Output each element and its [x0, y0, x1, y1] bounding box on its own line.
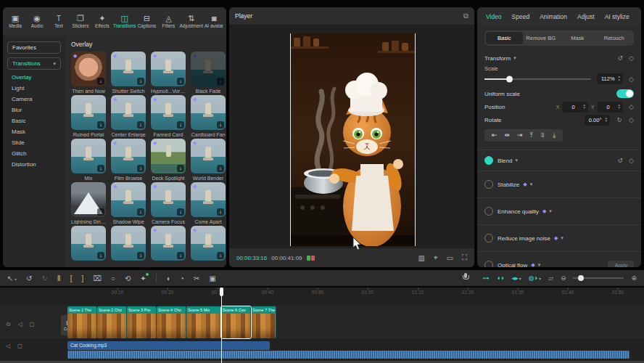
camera-tracking-button[interactable]: ▣	[209, 274, 215, 282]
stepper-arrows-icon[interactable]: ▲▼	[618, 76, 621, 82]
link-clips-toggle[interactable]: ◖◗	[497, 274, 505, 282]
tab-animation[interactable]: Animation	[540, 13, 567, 20]
mirror-icon[interactable]: ▭	[447, 254, 453, 262]
redo-button[interactable]: ↻	[41, 274, 47, 282]
reset-icon[interactable]: ↺	[618, 54, 624, 62]
sidebar-item-blur[interactable]: Blur	[3, 102, 65, 113]
tab-video[interactable]: Video	[486, 13, 502, 20]
preview-axis-button[interactable]: ▱	[548, 274, 553, 282]
sidebar-item-glitch[interactable]: Glitch	[3, 146, 65, 157]
trim-left-button[interactable]: [	[70, 274, 73, 282]
magnetic-snap-toggle[interactable]: ⊶	[483, 274, 490, 282]
transition-tile[interactable]: ◆↓Camera Focus	[151, 182, 186, 226]
tab-captions[interactable]: ⊟Captions	[136, 14, 157, 28]
tab-filters[interactable]: ◬Filters	[157, 14, 179, 28]
extract-character-button[interactable]: ◔	[180, 274, 184, 282]
tab-effects[interactable]: ✦Effects	[91, 14, 113, 28]
sidebar-item-mask[interactable]: Mask	[3, 124, 65, 135]
focus-icon[interactable]: ⌖	[434, 253, 438, 262]
track-lock-icon[interactable]: ◻	[17, 343, 22, 349]
transition-tile[interactable]: ◆↓Then and Now	[71, 52, 106, 95]
timeline-clip-selected[interactable]: Scene 6 Coo	[221, 306, 251, 338]
tab-ai-avatar[interactable]: ◙AI avatar	[203, 14, 225, 28]
transition-tile[interactable]: ◆↓World Bender	[191, 139, 226, 182]
transition-tile[interactable]: ↓Lightning Strike	[71, 182, 106, 226]
music-waveform-clip[interactable]	[67, 351, 629, 359]
favorites-button[interactable]: Favorites	[7, 41, 61, 54]
timeline-clip[interactable]: Scene 3 Pre	[127, 306, 157, 338]
keyframe-icon[interactable]: ◇	[629, 157, 634, 164]
subtab-remove-bg[interactable]: Remove BG	[523, 32, 560, 44]
transition-tile[interactable]: ◆↓Fanned Card	[151, 95, 186, 139]
optical-flow-checkbox[interactable]	[484, 261, 493, 267]
smart-edit-button[interactable]: ✦	[140, 274, 146, 282]
tab-speed[interactable]: Speed	[512, 13, 530, 20]
zoom-in-button[interactable]: ⊕	[631, 274, 637, 282]
delete-button[interactable]: ⌧	[93, 274, 102, 282]
align-bottom-icon[interactable]: ⤓	[553, 131, 556, 139]
chevron-down-icon[interactable]: ▾	[549, 208, 552, 214]
tab-transitions[interactable]: ◫Transitions	[113, 14, 136, 28]
scale-value-stepper[interactable]: 112%▲▼	[597, 73, 623, 84]
sidebar-item-slide[interactable]: Slide	[3, 135, 65, 146]
track-visibility-icon[interactable]: ⊙	[6, 321, 11, 327]
transition-tile[interactable]: ◆↓Hypnoti...Vortex	[151, 52, 186, 95]
track-lock-icon[interactable]: ◻	[30, 321, 35, 327]
sidebar-item-camera[interactable]: Camera	[3, 91, 65, 102]
trim-right-button[interactable]: ]	[82, 274, 84, 282]
video-frame[interactable]	[290, 33, 416, 246]
timeline-clip[interactable]: Scene 2 Cho	[97, 306, 127, 338]
reset-icon[interactable]: ↺	[618, 157, 624, 164]
transition-tile[interactable]: ◆↓Film Browse	[111, 139, 146, 182]
audio-clip[interactable]: Cat Cooking.mp3	[67, 341, 270, 350]
sidebar-item-basic[interactable]: Basic	[3, 113, 65, 124]
rotate-dial-icon[interactable]: ↻	[610, 117, 629, 123]
chevron-down-icon[interactable]: ▾	[538, 262, 541, 267]
rotate-stepper[interactable]: 0.00°▲▼	[585, 115, 610, 126]
uniform-scale-toggle[interactable]	[616, 89, 634, 98]
keyframe-icon[interactable]: ◇	[629, 116, 634, 123]
align-left-icon[interactable]: ⇤	[492, 131, 498, 139]
transition-tile[interactable]: ◆↓Shadow Wipe	[111, 182, 146, 226]
transition-tile[interactable]: ◆↓Shutter Switch	[111, 52, 146, 95]
transition-tile[interactable]: ↓Mix	[71, 139, 106, 182]
keyframe-nav-toggle[interactable]: ◂▸▾	[512, 274, 521, 282]
timeline-clip[interactable]: Scene 4 Cho	[157, 306, 186, 338]
transition-tile[interactable]: ◆↓Center Enlarge	[111, 95, 146, 139]
position-y-stepper[interactable]: 0▲▼	[598, 102, 623, 113]
chevron-down-icon[interactable]: ▾	[530, 182, 533, 187]
audio-meter-toggle[interactable]: ◍◗▾	[529, 274, 541, 282]
reverse-button[interactable]: ⟲	[125, 274, 131, 282]
keyframe-icon[interactable]: ◇	[629, 103, 634, 110]
sidebar-item-light[interactable]: Light	[3, 81, 65, 91]
stepper-arrows-icon[interactable]: ▲▼	[605, 117, 608, 123]
transition-tile[interactable]: ◆↓Deck Spotlight	[151, 139, 186, 182]
auto-cut-button[interactable]: ✂	[194, 274, 199, 282]
record-voiceover-button[interactable]	[463, 273, 468, 280]
reduce-noise-checkbox[interactable]	[484, 234, 493, 242]
player-menu-icon[interactable]: ⧉	[463, 12, 468, 20]
tab-stickers[interactable]: ❐Stickers	[70, 14, 91, 28]
stepper-arrows-icon[interactable]: ▲▼	[618, 104, 621, 110]
undo-button[interactable]: ↺	[26, 274, 32, 282]
tab-adjustment[interactable]: ⇅Adjustment	[179, 14, 203, 28]
subtab-mask[interactable]: Mask	[559, 32, 596, 44]
subtab-retouch[interactable]: Retouch	[596, 32, 633, 44]
transition-tile[interactable]: ◆↓	[191, 226, 226, 267]
transition-tile[interactable]: ↓Ruined Portal	[71, 95, 106, 139]
stabilize-checkbox[interactable]	[484, 180, 493, 189]
enhance-quality-checkbox[interactable]	[484, 207, 493, 216]
timeline-clip[interactable]: Scene 7 The	[251, 306, 276, 338]
optical-flow-apply-button[interactable]: Apply	[608, 261, 634, 268]
keyframe-icon[interactable]: ◇	[629, 76, 634, 83]
zoom-out-button[interactable]: ⊖	[561, 274, 566, 282]
transition-tile[interactable]: ◆↓	[151, 226, 186, 267]
scale-slider[interactable]	[484, 78, 591, 80]
track-mute-icon[interactable]: ◁	[6, 343, 10, 349]
scale-slider-handle[interactable]	[506, 76, 513, 82]
align-middle-icon[interactable]: ⇳	[540, 131, 546, 139]
tab-ai-stylize[interactable]: AI stylize	[605, 13, 629, 20]
timeline-clip[interactable]: Scene 1 The	[67, 306, 97, 338]
transition-tile[interactable]: ↓	[71, 226, 106, 267]
track-mute-icon[interactable]: ◁	[18, 321, 22, 327]
